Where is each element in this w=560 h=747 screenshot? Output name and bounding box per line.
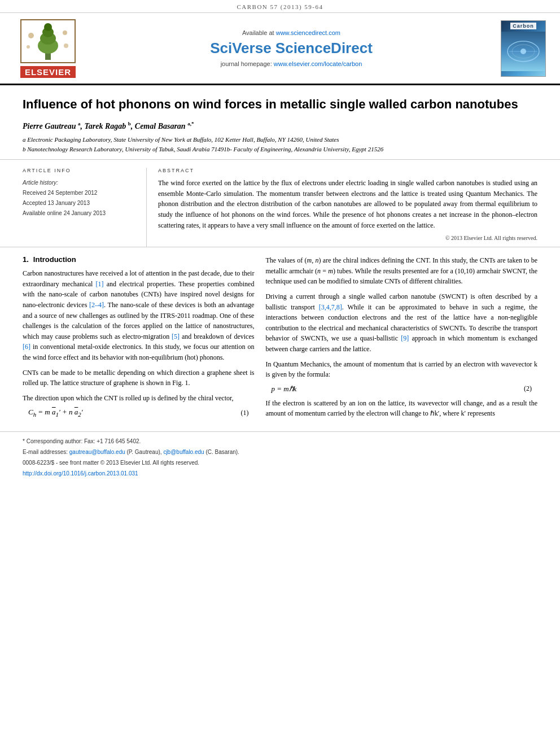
corresponding-author-note: * Corresponding author: Fax: +1 716 645 … [23,436,537,446]
abstract-text: The wind force exerted on the lattice by… [158,178,537,230]
abstract-label: ABSTRACT [158,168,537,173]
right-paragraph-3: In Quantum Mechanics, the amount of mome… [265,359,537,380]
elsevier-brand: ELSEVIER [20,66,76,78]
journal-bar: CARBON 57 (2013) 59-64 [0,0,560,13]
elsevier-logo: ELSEVIER [11,19,85,78]
cover-art-svg [504,36,543,67]
affiliation-b: b Nanotechnology Research Laboratory, Un… [23,145,537,154]
author-3-sup: a,* [187,121,194,126]
right-paragraph-4: If the electron is scattered by an ion o… [265,398,537,419]
formula-2-number: (2) [524,385,532,393]
ref-6[interactable]: [6] [23,343,30,351]
main-content: 1. Introduction Carbon nanostructures ha… [0,247,560,431]
journal-cover-image: Carbon [501,20,546,77]
formula-2-line: p = mℏk (2) [265,385,537,394]
doi-anchor[interactable]: http://dx.doi.org/10.1016/j.carbon.2013.… [23,470,138,477]
email-addresses: E-mail addresses: gautreau@buffalo.edu (… [23,447,537,457]
homepage-text: journal homepage: www.elsevier.com/locat… [90,60,492,67]
formula-1-number: (1) [240,409,248,417]
article-title: Influence of hot phonons on wind forces … [23,97,537,113]
section-title: Introduction [33,255,76,264]
affiliations: a Electronic Packaging Laboratory, State… [23,135,537,154]
article-info-panel: ARTICLE INFO Article history: Received 2… [23,168,147,247]
author-1-sup: a [78,121,81,126]
ref-5[interactable]: [5] [172,333,180,340]
journal-citation: CARBON 57 (2013) 59-64 [237,3,323,10]
email-link-2[interactable]: cjb@buffalo.edu [163,449,204,455]
brand-title: SciVerse ScienceDirect [90,40,492,57]
sciencedirect-text: ScienceDirect [275,40,373,56]
abstract-panel: ABSTRACT The wind force exerted on the l… [158,168,537,247]
author-2-sup: b [128,121,131,126]
copyright-notice: © 2013 Elsevier Ltd. All rights reserved… [158,235,537,247]
article-info-abstract-container: ARTICLE INFO Article history: Received 2… [23,168,537,247]
journal-homepage-link[interactable]: www.elsevier.com/locate/carbon [274,60,362,67]
available-online: Available online 24 January 2013 [23,208,137,219]
ref-2-4[interactable]: [2–4] [89,301,104,309]
header-section: ELSEVIER Available at www.sciencedirect.… [0,13,560,85]
formula-2: p = mℏk [271,385,296,394]
svg-point-4 [44,23,52,31]
svg-point-7 [63,30,67,35]
history-label: Article history: [23,178,137,188]
cover-label: Carbon [510,23,536,29]
svg-point-6 [28,33,34,38]
section-number: 1. [23,255,29,264]
cover-art [501,32,545,71]
authors-line: Pierre Gautreau a, Tarek Ragab b, Cemal … [23,121,537,131]
right-paragraph-2: Driving a current through a single walle… [265,291,537,355]
intro-paragraph-2: CNTs can be made to be metallic dependin… [23,368,254,388]
available-text: Available at www.sciencedirect.com [90,29,492,36]
email-link-1[interactable]: gautreau@buffalo.edu [69,449,125,455]
author-1: Pierre Gautreau [23,121,76,130]
author-2: Tarek Ragab [85,121,126,130]
formula-1: Ch = m a1′ + n a2′ [28,408,83,418]
formula-1-line: Ch = m a1′ + n a2′ (1) [23,408,254,418]
header-middle: Available at www.sciencedirect.com SciVe… [90,19,492,78]
intro-paragraph-3: The direction upon which the CNT is roll… [23,393,254,404]
article-info-label: ARTICLE INFO [23,168,137,173]
introduction-heading: 1. Introduction [23,255,254,264]
svg-point-8 [27,45,30,49]
sciencedirect-link[interactable]: www.sciencedirect.com [276,29,340,36]
elsevier-tree-icon [20,19,76,64]
left-column: 1. Introduction Carbon nanostructures ha… [23,255,254,423]
intro-paragraph-1: Carbon nanostructures have received a lo… [23,268,254,362]
page-footer: * Corresponding author: Fax: +1 716 645 … [0,431,560,484]
article-header: Influence of hot phonons on wind forces … [0,85,560,160]
ref-3-4-7-8[interactable]: [3,4,7,8] [319,303,342,311]
author-3: Cemal Basaran [135,121,186,130]
affiliation-a: a Electronic Packaging Laboratory, State… [23,135,537,145]
right-paragraph-1: The values of (m, n) are the chiral indi… [265,255,537,287]
right-column: The values of (m, n) are the chiral indi… [265,255,537,423]
received-date: Received 24 September 2012 [23,188,137,198]
doi-link: http://dx.doi.org/10.1016/j.carbon.2013.… [23,469,537,478]
article-info-abstract-section: ARTICLE INFO Article history: Received 2… [0,160,560,247]
issn-notice: 0008-6223/$ - see front matter © 2013 El… [23,458,537,468]
article-history: Article history: Received 24 September 2… [23,178,137,219]
sci-text: SciVerse [210,40,275,56]
ref-9[interactable]: [9] [401,334,409,342]
svg-point-9 [64,43,68,48]
journal-cover: Carbon [498,19,549,78]
ref-1[interactable]: [1] [96,280,104,288]
accepted-date: Accepted 13 January 2013 [23,198,137,208]
